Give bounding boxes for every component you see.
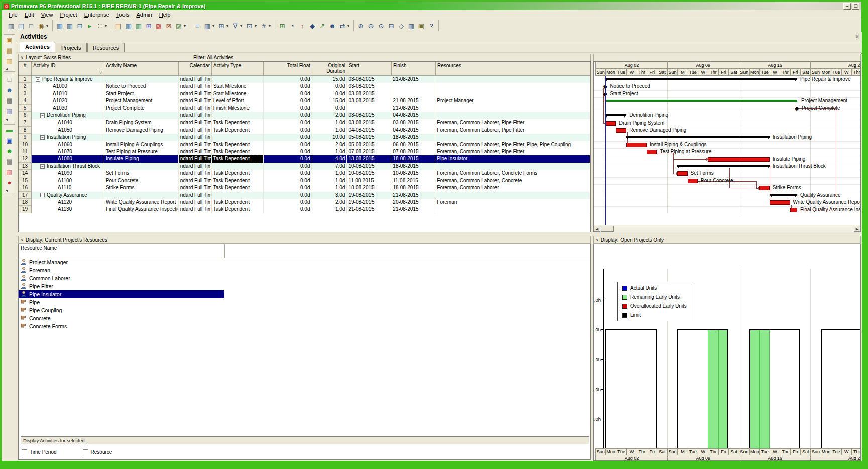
resource-row[interactable]: Pipe Insulator <box>19 290 224 298</box>
gantt-summary-bar[interactable] <box>605 78 797 80</box>
activity-id-cell[interactable]: A1100 <box>32 177 104 184</box>
tab-projects[interactable]: Projects <box>56 43 87 52</box>
start-cell[interactable]: 19-08-2015 <box>347 199 391 206</box>
resources-cell[interactable] <box>435 206 590 213</box>
toolbar-group-and-sort-button[interactable]: ≡ <box>192 21 202 31</box>
resource-row[interactable]: Concrete <box>19 314 224 322</box>
toolbar-assign-resources-button[interactable]: ☻ <box>327 21 337 31</box>
chevron-down-icon[interactable]: ▾ <box>240 24 244 28</box>
resources-cell[interactable]: Foreman <box>435 199 590 206</box>
toolbar-print-preview-button[interactable]: ▤ <box>16 21 26 31</box>
gantt-task-bar[interactable] <box>647 150 657 154</box>
toolbar-schedule-button[interactable]: ⊞ <box>277 21 287 31</box>
activity-name-cell[interactable]: Project Complete <box>104 105 179 112</box>
week-header-cell[interactable]: Aug 09 <box>667 62 739 69</box>
toolbar-zoom-out-button[interactable]: ⊖ <box>366 21 376 31</box>
menu-item-tools[interactable]: Tools <box>113 11 133 18</box>
resources-cell[interactable]: Foreman, Common Laborer, Concrete Forms <box>435 170 590 177</box>
day-header-cell[interactable]: Thr <box>780 69 790 76</box>
resource-row[interactable]: Project Manager <box>19 258 224 266</box>
start-cell[interactable]: 11-08-2015 <box>347 177 391 184</box>
week-header-cell[interactable]: Aug 09 <box>667 455 739 461</box>
activity-name-cell[interactable]: Start Project <box>104 90 179 97</box>
minimize-button[interactable]: – <box>843 3 851 10</box>
display-activities-bar[interactable]: Display Activities for selected... <box>21 436 589 444</box>
activity-type-cell[interactable]: Task Dependent <box>212 177 264 184</box>
toolbar-table-font-row-button[interactable]: ⊞ <box>216 21 226 31</box>
toolbar-zoom-in-button[interactable]: ⊕ <box>356 21 366 31</box>
activity-id-cell[interactable]: A1070 <box>32 148 104 155</box>
toolbar-projects-button[interactable]: ▦ <box>123 21 134 31</box>
resources-cell[interactable]: Foreman, Common Laborer, Pipe Fitter, Pi… <box>435 141 590 148</box>
gantt-task-bar[interactable] <box>790 208 797 212</box>
table-row[interactable]: 5A1030Project Completendard Full TimeFin… <box>19 105 590 112</box>
checkbox-time-period[interactable]: Time Period <box>22 449 57 455</box>
collapse-arrow-icon[interactable]: ◂ <box>4 116 15 122</box>
resources-cell[interactable]: Foreman, Common Laborer, Pipe Fitter <box>435 127 590 134</box>
total-float-cell[interactable]: 0.0d <box>264 112 312 119</box>
resources-display-bar[interactable]: ∨ Display: Current Project's Resources <box>18 236 591 244</box>
resources-cell[interactable] <box>435 83 590 90</box>
orig-duration-cell[interactable]: 1.0d <box>312 127 347 134</box>
chevron-down-icon[interactable]: ▾ <box>255 24 259 28</box>
scroll-right-icon[interactable]: ▶ <box>854 226 860 232</box>
start-cell[interactable]: 03-08-2015 <box>347 119 391 126</box>
sidebar-assignments-view-icon[interactable]: ☻ <box>4 146 15 156</box>
day-header-cell[interactable]: W <box>626 69 637 76</box>
chevron-down-icon[interactable]: ▾ <box>226 24 230 28</box>
week-header-cell[interactable]: Aug 2 <box>810 455 861 461</box>
activity-type-cell[interactable]: Start Milestone <box>212 90 264 97</box>
day-header-cell[interactable]: Sat <box>800 448 811 455</box>
orig-duration-cell[interactable]: 1.0d <box>312 177 347 184</box>
orig-duration-cell[interactable]: 1.0d <box>312 119 347 126</box>
menu-item-file[interactable]: File <box>5 11 21 18</box>
gantt-task-bar[interactable] <box>759 186 769 190</box>
activity-type-cell[interactable]: Task Dependent <box>212 184 264 191</box>
activity-name-cell[interactable]: Strike Forms <box>104 184 179 191</box>
day-header-cell[interactable]: Sat <box>728 69 739 76</box>
tab-activities[interactable]: Activities <box>20 42 55 52</box>
column-header-finish[interactable]: Finish <box>392 62 436 76</box>
finish-cell[interactable]: 18-08-2015 <box>391 134 435 141</box>
activity-name-cell[interactable]: Drain Piping System <box>104 119 179 126</box>
calendar-cell[interactable]: ndard Full Time <box>179 134 212 141</box>
day-header-cell[interactable]: Fri <box>647 69 657 76</box>
activity-name-cell[interactable]: Pour Concrete <box>104 177 179 184</box>
day-header-cell[interactable]: Thr <box>780 448 790 455</box>
finish-cell[interactable]: 21-08-2015 <box>391 97 435 104</box>
activity-name-cell[interactable] <box>104 192 179 199</box>
day-header-cell[interactable]: Tue <box>831 448 841 455</box>
column-header-calendar[interactable]: Calendar <box>179 62 212 76</box>
start-cell[interactable]: 05-08-2015 <box>347 134 391 141</box>
calendar-cell[interactable]: ndard Full Time <box>179 199 212 206</box>
sidebar-activities-view-icon[interactable]: ▬ <box>4 125 15 135</box>
activity-name-cell[interactable]: Test Piping at Pressure <box>104 148 179 155</box>
table-row[interactable]: 7A1040Drain Piping Systemndard Full Time… <box>19 119 590 126</box>
orig-duration-cell[interactable]: 2.0d <box>312 141 347 148</box>
layout-options-bar[interactable]: ∨ Layout: Swiss Rides Filter: All Activi… <box>18 54 591 61</box>
week-header-cell[interactable]: Aug 16 <box>739 455 811 461</box>
orig-duration-cell[interactable]: 2.0d <box>312 199 347 206</box>
calendar-cell[interactable]: ndard Full Time <box>179 76 212 83</box>
day-header-cell[interactable]: Mon <box>605 448 616 455</box>
day-header-cell[interactable]: Mon <box>605 69 616 76</box>
day-header-cell[interactable]: Tue <box>759 448 770 455</box>
day-header-cell[interactable]: Thr <box>851 448 861 455</box>
orig-duration-cell[interactable]: 1.0d <box>312 184 347 191</box>
table-row[interactable]: 14A1090Set Formsndard Full TimeTask Depe… <box>19 170 590 177</box>
collapse-box-icon[interactable]: − <box>40 113 45 118</box>
activity-name-cell[interactable]: Notice to Proceed <box>104 83 179 90</box>
activity-type-cell[interactable]: Task Dependent <box>212 199 264 206</box>
toolbar-update-progress-button[interactable]: ↗ <box>317 21 327 31</box>
start-cell[interactable]: 07-08-2015 <box>347 148 391 155</box>
resources-cell[interactable] <box>435 192 590 199</box>
sidebar-thresholds-icon[interactable]: ● <box>4 177 15 188</box>
activity-name-cell[interactable] <box>104 134 179 141</box>
finish-cell[interactable]: 18-08-2015 <box>391 184 435 191</box>
gantt-loe-bar[interactable] <box>605 100 797 102</box>
start-cell[interactable]: 03-08-2015 <box>347 97 391 104</box>
orig-duration-cell[interactable]: 1.0d <box>312 206 347 213</box>
checkbox-icon[interactable] <box>83 449 88 455</box>
toolbar-reports-button[interactable]: ▨ <box>174 21 184 31</box>
finish-cell[interactable]: 07-08-2015 <box>391 148 435 155</box>
